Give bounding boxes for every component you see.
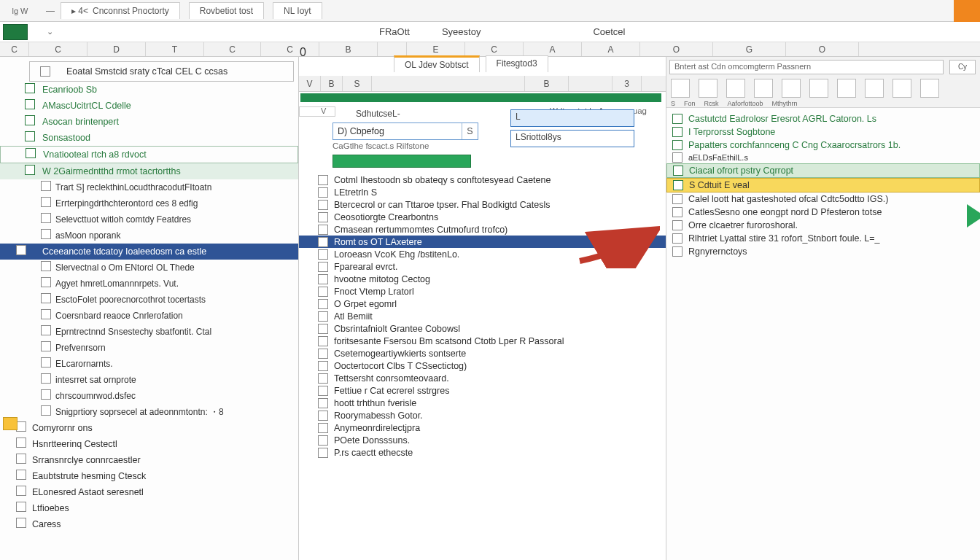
option-row[interactable]: Errterpingdrthchterontord ces 8 edfig xyxy=(0,195,298,211)
option-row[interactable]: P.rs caectt ethecste xyxy=(299,446,666,459)
option-row[interactable]: Ltfioebes xyxy=(0,500,298,516)
option-row[interactable]: Fnoct Vtemp Lratorl xyxy=(299,285,666,298)
option-row[interactable]: Asocan brintenpert xyxy=(0,114,298,130)
checkbox-icon[interactable] xyxy=(318,200,328,210)
option-row[interactable]: Trart S] reclekthinLocudthracodutFItoatn xyxy=(0,179,298,195)
column-header[interactable]: O xyxy=(640,42,713,56)
checkbox-icon[interactable] xyxy=(318,212,328,222)
task-row[interactable]: Papatters corchfannceng C Cng Cxaarocrsa… xyxy=(666,139,980,152)
checkbox-icon[interactable] xyxy=(318,311,328,322)
column-header[interactable]: C xyxy=(465,42,524,56)
window-minimize-icon[interactable]: — xyxy=(43,6,58,16)
option-row[interactable]: AMascUcitrtCL Cdelle xyxy=(0,98,298,114)
task-row[interactable]: aELDsFaEthilL.s xyxy=(666,152,980,163)
checkbox-icon[interactable] xyxy=(672,233,682,244)
checkbox-icon[interactable] xyxy=(25,115,35,125)
toolbar-button[interactable] xyxy=(699,79,718,98)
window-tab-1[interactable]: ▸ 4<Cnconnst Pnoctorty xyxy=(61,2,180,19)
checkbox-icon[interactable] xyxy=(318,187,328,198)
checkbox-icon[interactable] xyxy=(41,389,51,400)
checkbox-icon[interactable] xyxy=(25,131,35,141)
column-header[interactable]: C xyxy=(0,42,29,56)
menu-tab-1[interactable]: FRaOtt xyxy=(363,26,426,37)
checkbox-icon[interactable] xyxy=(41,309,51,319)
checkbox-icon[interactable] xyxy=(318,274,328,284)
checkbox-icon[interactable] xyxy=(41,261,51,271)
option-row[interactable]: Fettiue r Cat ecrerel sstrgres xyxy=(299,384,666,397)
checkbox-icon[interactable] xyxy=(41,357,51,368)
option-row[interactable]: Eprntrectnnd Snsestechy sbatfontit. Ctal xyxy=(0,324,298,340)
checkbox-icon[interactable] xyxy=(25,99,35,109)
checkbox-icon[interactable] xyxy=(673,166,683,176)
checkbox-icon[interactable] xyxy=(672,140,682,150)
option-row[interactable]: Roorymabessh Gotor. xyxy=(299,409,666,421)
checkbox-icon[interactable] xyxy=(41,197,51,207)
task-row[interactable]: Calel loott hat gasteshoted ofcal Cdtc5o… xyxy=(666,192,980,206)
column-header[interactable]: E xyxy=(407,42,465,56)
toolbar-button[interactable] xyxy=(920,79,939,98)
formula-field[interactable]: Bntert ast Cdn omcomgterm Passnern xyxy=(669,60,944,74)
checkbox-icon[interactable] xyxy=(318,175,328,185)
checkbox-icon[interactable] xyxy=(41,277,51,287)
checkbox-icon[interactable] xyxy=(318,336,328,346)
option-row[interactable]: Snigprtiory soprsecel at adeonnmtontn: ・… xyxy=(0,404,298,420)
checkbox-icon[interactable] xyxy=(673,180,683,190)
input-value[interactable]: LSriottol8ys xyxy=(510,130,634,147)
column-header[interactable]: B xyxy=(319,42,378,56)
column-header[interactable]: T xyxy=(146,42,204,56)
toolbar-button[interactable] xyxy=(671,79,690,98)
checkbox-icon[interactable] xyxy=(318,423,328,433)
option-row[interactable]: Comyrornr ons xyxy=(0,420,298,436)
option-row[interactable]: Prefvenrsorn xyxy=(0,340,298,356)
checkbox-icon[interactable] xyxy=(16,438,26,448)
toolbar-button[interactable] xyxy=(782,79,801,98)
option-row[interactable]: Slervectnal o Om ENtorcl OL Thede xyxy=(0,260,298,276)
checkbox-icon[interactable] xyxy=(318,324,328,334)
field-aux[interactable]: Cy xyxy=(949,60,976,74)
option-row[interactable]: Ceosotiorgte Crearbontns xyxy=(299,211,666,223)
column-header[interactable]: A xyxy=(524,42,582,56)
column-header[interactable]: C xyxy=(204,42,261,56)
checkbox-icon[interactable] xyxy=(318,386,328,396)
task-row[interactable]: S Cdtuit E veal xyxy=(666,178,980,192)
checkbox-icon[interactable] xyxy=(318,299,328,309)
column-header[interactable]: C xyxy=(261,42,319,56)
menu-tab-2[interactable]: Syeestoy xyxy=(426,26,497,37)
checkbox-icon[interactable] xyxy=(318,398,328,408)
mini-column-header[interactable]: S xyxy=(343,76,372,91)
task-row[interactable]: Rlhtriet Lyattal stire 31 rofort_Stnbort… xyxy=(666,232,980,245)
menu-tab-3[interactable]: Coetcel xyxy=(577,26,641,37)
column-header[interactable]: O xyxy=(786,42,859,56)
option-row[interactable]: Csetemogeartiywkierts sontserte xyxy=(299,347,666,359)
column-header[interactable]: C xyxy=(29,42,88,56)
checkbox-icon[interactable] xyxy=(41,341,51,351)
option-row[interactable]: Hsnrtteerinq Cestectl xyxy=(0,436,298,452)
checkbox-icon[interactable] xyxy=(318,287,328,297)
checkbox-icon[interactable] xyxy=(16,454,26,464)
option-row[interactable]: Eaubtstrute hesming Ctesck xyxy=(0,468,298,484)
checkbox-icon[interactable] xyxy=(672,246,682,257)
checkbox-icon[interactable] xyxy=(672,194,682,204)
column-header[interactable]: G xyxy=(713,42,786,56)
option-row[interactable]: chrscoumrwod.dsfec xyxy=(0,388,298,404)
checkbox-icon[interactable] xyxy=(40,66,50,77)
checkbox-icon[interactable] xyxy=(16,421,26,432)
checkbox-icon[interactable] xyxy=(318,411,328,421)
window-close-icon[interactable] xyxy=(954,0,980,22)
checkbox-icon[interactable] xyxy=(26,148,36,158)
task-row[interactable]: I Terprorsst Sogbtone xyxy=(666,125,980,139)
mini-column-header[interactable]: B xyxy=(525,76,569,91)
option-row[interactable]: asMoon nporank xyxy=(0,228,298,244)
checkbox-icon[interactable] xyxy=(16,518,26,528)
checkbox-icon[interactable] xyxy=(299,106,335,117)
checkbox-icon[interactable] xyxy=(672,207,682,217)
mini-column-header[interactable]: V xyxy=(299,76,321,91)
checkbox-icon[interactable] xyxy=(672,220,682,230)
toolbar-button[interactable] xyxy=(726,79,745,98)
checkbox-icon[interactable] xyxy=(25,83,35,93)
checkbox-icon[interactable] xyxy=(672,114,682,124)
option-row[interactable]: Ecanrioob Sb xyxy=(0,82,298,98)
column-header[interactable]: A xyxy=(582,42,640,56)
option-row[interactable]: Coersnbard reaoce Cnrlerofation xyxy=(0,308,298,324)
mini-column-header[interactable]: B xyxy=(321,76,343,91)
